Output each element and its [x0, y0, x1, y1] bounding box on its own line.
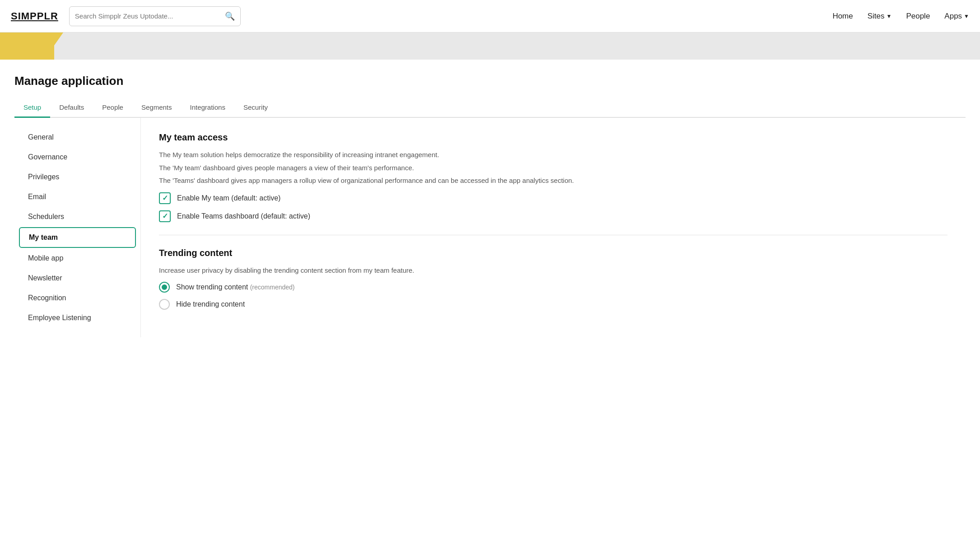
tab-integrations[interactable]: Integrations — [181, 99, 234, 118]
enable-teams-dashboard-checkbox[interactable]: ✓ — [159, 210, 171, 222]
nav-apps[interactable]: Apps ▼ — [944, 12, 969, 21]
enable-my-team-row: ✓ Enable My team (default: active) — [159, 192, 947, 204]
content-area: General Governance Privileges Email Sche… — [14, 118, 966, 337]
search-button[interactable]: 🔍 — [221, 11, 235, 21]
show-trending-content-row: Show trending content (recommended) — [159, 282, 947, 293]
logo: SIMPPLR — [11, 10, 58, 22]
section-divider — [159, 235, 947, 235]
tabs: Setup Defaults People Segments Integrati… — [14, 99, 966, 118]
enable-teams-dashboard-label: Enable Teams dashboard (default: active) — [177, 212, 310, 220]
trending-content-desc: Increase user privacy by disabling the t… — [159, 266, 947, 276]
enable-my-team-checkbox[interactable]: ✓ — [159, 192, 171, 204]
recommended-tag: (recommended) — [250, 284, 295, 291]
show-trending-content-label: Show trending content (recommended) — [176, 283, 295, 291]
sidebar: General Governance Privileges Email Sche… — [14, 118, 141, 337]
nav-home[interactable]: Home — [832, 12, 853, 21]
checkmark-icon: ✓ — [162, 212, 168, 220]
chevron-down-icon: ▼ — [887, 13, 892, 19]
my-team-access-desc1: The My team solution helps democratize t… — [159, 150, 947, 160]
trending-content-title: Trending content — [159, 248, 947, 258]
nav-people[interactable]: People — [906, 12, 930, 21]
enable-teams-dashboard-row: ✓ Enable Teams dashboard (default: activ… — [159, 210, 947, 222]
page-title: Manage application — [14, 74, 966, 88]
search-input[interactable] — [75, 12, 221, 20]
banner-triangle — [0, 33, 63, 60]
page-container: Manage application Setup Defaults People… — [0, 60, 980, 559]
trending-content-section: Trending content Increase user privacy b… — [159, 248, 947, 310]
sidebar-item-privileges[interactable]: Privileges — [19, 168, 136, 186]
chevron-down-icon: ▼ — [964, 13, 969, 19]
enable-my-team-label: Enable My team (default: active) — [177, 194, 280, 202]
nav-sites[interactable]: Sites ▼ — [868, 12, 892, 21]
tab-setup[interactable]: Setup — [14, 99, 50, 118]
banner — [0, 33, 980, 60]
sidebar-item-schedulers[interactable]: Schedulers — [19, 207, 136, 226]
tab-defaults[interactable]: Defaults — [50, 99, 93, 118]
sidebar-item-general[interactable]: General — [19, 128, 136, 147]
hide-trending-content-radio[interactable] — [159, 299, 170, 310]
main-panel: My team access The My team solution help… — [141, 118, 966, 337]
nav-links: Home Sites ▼ People Apps ▼ — [832, 12, 969, 21]
sidebar-item-governance[interactable]: Governance — [19, 148, 136, 167]
sidebar-item-recognition[interactable]: Recognition — [19, 289, 136, 307]
top-navigation: SIMPPLR 🔍 Home Sites ▼ People Apps ▼ — [0, 0, 980, 33]
tab-security[interactable]: Security — [234, 99, 277, 118]
hide-trending-content-label: Hide trending content — [176, 300, 245, 308]
sidebar-item-email[interactable]: Email — [19, 187, 136, 206]
my-team-access-section: My team access The My team solution help… — [159, 132, 947, 222]
my-team-access-title: My team access — [159, 132, 947, 143]
sidebar-item-newsletter[interactable]: Newsletter — [19, 269, 136, 288]
checkmark-icon: ✓ — [162, 194, 168, 202]
radio-selected-indicator — [162, 284, 167, 290]
sidebar-item-mobile-app[interactable]: Mobile app — [19, 249, 136, 268]
show-trending-content-radio[interactable] — [159, 282, 170, 293]
my-team-access-desc3: The 'Teams' dashboard gives app managers… — [159, 176, 947, 186]
tab-segments[interactable]: Segments — [132, 99, 181, 118]
search-bar[interactable]: 🔍 — [69, 6, 241, 26]
my-team-access-desc2: The 'My team' dashboard gives people man… — [159, 163, 947, 173]
hide-trending-content-row: Hide trending content — [159, 299, 947, 310]
sidebar-item-my-team[interactable]: My team — [19, 227, 136, 248]
sidebar-item-employee-listening[interactable]: Employee Listening — [19, 308, 136, 327]
tab-people[interactable]: People — [93, 99, 132, 118]
